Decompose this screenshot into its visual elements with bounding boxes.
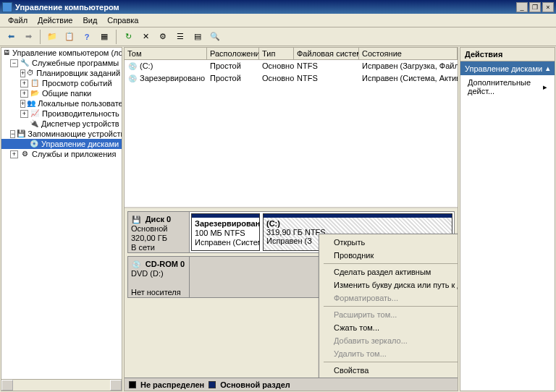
menu-explore[interactable]: Проводник xyxy=(321,249,458,262)
col-status[interactable]: Состояние xyxy=(359,48,458,59)
nav-back-button[interactable]: ⬅ xyxy=(3,29,19,45)
views-button[interactable]: ▦ xyxy=(96,29,112,45)
maximize-button[interactable]: ❐ xyxy=(529,2,541,12)
tree-utilities[interactable]: −🔧Служебные программы xyxy=(1,58,122,68)
title-bar: Управление компьютером _ ❐ × xyxy=(0,0,556,14)
toolbar: ⬅ ➡ 📁 📋 ? ▦ ↻ ✕ ⚙ ☰ ▤ 🔍 xyxy=(0,27,556,46)
minimize-button[interactable]: _ xyxy=(516,2,528,12)
menu-mark-active[interactable]: Сделать раздел активным xyxy=(321,265,458,278)
menu-file[interactable]: Файл xyxy=(3,14,33,26)
arrow-left-icon: ⬅ xyxy=(8,32,14,41)
col-filesystem[interactable]: Файловая система xyxy=(294,48,359,59)
legend-swatch-unallocated xyxy=(129,381,136,388)
menu-properties[interactable]: Свойства xyxy=(321,364,458,377)
folder-icon: 📂 xyxy=(30,89,40,98)
col-volume[interactable]: Том xyxy=(125,48,207,59)
actions-pane: Действия Управление дисками ▴ Дополнител… xyxy=(460,47,555,391)
scroll-track[interactable] xyxy=(13,380,110,391)
partition-system-reserved[interactable]: Зарезервировано сис 100 МБ NTFS Исправен… xyxy=(191,213,260,251)
refresh-icon: ↻ xyxy=(125,32,132,41)
tree-task-scheduler[interactable]: +⏱Планировщик заданий xyxy=(1,68,122,78)
services-icon: ⚙ xyxy=(20,150,30,158)
expand-icon[interactable]: + xyxy=(20,110,28,118)
collapse-arrow-icon: ▴ xyxy=(546,64,550,73)
storage-icon: 💾 xyxy=(17,129,25,138)
actions-more[interactable]: Дополнительные дейст... ▸ xyxy=(460,75,555,98)
menu-action[interactable]: Действие xyxy=(33,14,77,26)
nav-forward-button[interactable]: ➡ xyxy=(20,29,36,45)
volume-row[interactable]: 💿Зарезервировано системой Простой Основн… xyxy=(125,72,458,85)
menu-help[interactable]: Справка xyxy=(102,14,143,26)
disk-icon: 💿 xyxy=(29,140,39,148)
event-icon: 📋 xyxy=(30,79,40,88)
disk-row[interactable]: 💾 Диск 0 Основной 320,00 ГБ В сети Зарез… xyxy=(127,211,455,253)
actions-title: Действия xyxy=(460,48,555,61)
tree-local-users[interactable]: +👥Локальные пользовател xyxy=(1,98,122,108)
expand-icon[interactable]: + xyxy=(20,90,28,98)
context-menu[interactable]: Открыть Проводник Сделать раздел активны… xyxy=(319,234,458,378)
expand-icon[interactable]: + xyxy=(20,80,28,88)
main-panel: Том Расположение Тип Файловая система Со… xyxy=(124,47,458,391)
search-button[interactable]: 🔍 xyxy=(207,29,223,45)
tree-device-manager[interactable]: 🔌Диспетчер устройств xyxy=(1,119,122,129)
menu-view[interactable]: Вид xyxy=(77,14,102,26)
refresh-button[interactable]: ↻ xyxy=(120,29,136,45)
tree-services[interactable]: +⚙Службы и приложения xyxy=(1,149,122,159)
menu-format: Форматировать... xyxy=(321,291,458,304)
scroll-left-button[interactable] xyxy=(1,380,13,391)
col-type[interactable]: Тип xyxy=(259,48,294,59)
tree-performance[interactable]: +📈Производительность xyxy=(1,108,122,119)
disk-header: 💾 Диск 0 Основной 320,00 ГБ В сети xyxy=(128,212,190,252)
detail-view-button[interactable]: ▤ xyxy=(190,29,206,45)
menu-extend: Расширить том... xyxy=(321,308,458,321)
collapse-icon[interactable]: − xyxy=(10,130,15,138)
expand-icon[interactable]: + xyxy=(20,69,25,77)
tree-root[interactable]: 🖥Управление компьютером (лока xyxy=(1,48,122,58)
properties-button[interactable]: 📋 xyxy=(62,29,77,45)
gear-icon: ⚙ xyxy=(159,32,167,41)
legend: Не распределен Основной раздел xyxy=(125,378,458,391)
up-button[interactable]: 📁 xyxy=(44,29,60,45)
tree-event-viewer[interactable]: +📋Просмотр событий xyxy=(1,78,122,88)
tree-disk-management[interactable]: 💿Управление дисками xyxy=(1,139,122,149)
list-icon: ☰ xyxy=(177,32,184,41)
delete-icon: ✕ xyxy=(143,32,149,41)
volume-row[interactable]: 💿(C:) Простой Основной NTFS Исправен (За… xyxy=(125,60,458,72)
drive-icon: 💿 xyxy=(127,62,138,71)
disk-icon: 💾 xyxy=(131,216,141,224)
computer-icon: 🖥 xyxy=(3,48,10,57)
users-icon: 👥 xyxy=(27,99,35,108)
volume-list[interactable]: Том Расположение Тип Файловая система Со… xyxy=(125,48,458,208)
settings-button[interactable]: ⚙ xyxy=(155,29,171,45)
content-area: 🖥Управление компьютером (лока −🔧Служебны… xyxy=(0,46,556,392)
perf-icon: 📈 xyxy=(30,109,40,118)
properties-icon: 📋 xyxy=(64,32,75,41)
expand-icon[interactable]: + xyxy=(10,150,18,158)
navigation-tree[interactable]: 🖥Управление компьютером (лока −🔧Служебны… xyxy=(1,47,122,391)
device-icon: 🔌 xyxy=(29,119,39,128)
menu-change-letter[interactable]: Изменить букву диска или путь к диску... xyxy=(321,278,458,291)
window-title: Управление компьютером xyxy=(15,3,515,12)
menu-open[interactable]: Открыть xyxy=(321,236,458,249)
collapse-icon[interactable]: − xyxy=(10,59,18,67)
separator xyxy=(40,30,41,44)
help-button[interactable]: ? xyxy=(79,29,95,45)
scroll-right-button[interactable] xyxy=(110,380,122,391)
menu-shrink[interactable]: Сжать том... xyxy=(321,321,458,334)
delete-button[interactable]: ✕ xyxy=(138,29,153,45)
menu-mirror: Добавить зеркало... xyxy=(321,334,458,347)
col-layout[interactable]: Расположение xyxy=(207,48,259,59)
chevron-right-icon: ▸ xyxy=(543,82,547,92)
horizontal-scrollbar[interactable] xyxy=(1,379,122,391)
disk-header: 💿 CD-ROM 0 DVD (D:) Нет носителя xyxy=(128,257,190,297)
actions-group-header[interactable]: Управление дисками ▴ xyxy=(460,61,555,75)
partition-info: Зарезервировано сис 100 МБ NTFS Исправен… xyxy=(192,218,259,250)
search-icon: 🔍 xyxy=(210,32,220,41)
tree-storage[interactable]: −💾Запоминающие устройства xyxy=(1,129,122,139)
list-view-button[interactable]: ☰ xyxy=(172,29,188,45)
close-button[interactable]: × xyxy=(542,2,554,12)
tree-shared-folders[interactable]: +📂Общие папки xyxy=(1,88,122,98)
cdrom-icon: 💿 xyxy=(131,260,141,269)
expand-icon[interactable]: + xyxy=(20,100,25,108)
tools-icon: 🔧 xyxy=(20,59,30,67)
